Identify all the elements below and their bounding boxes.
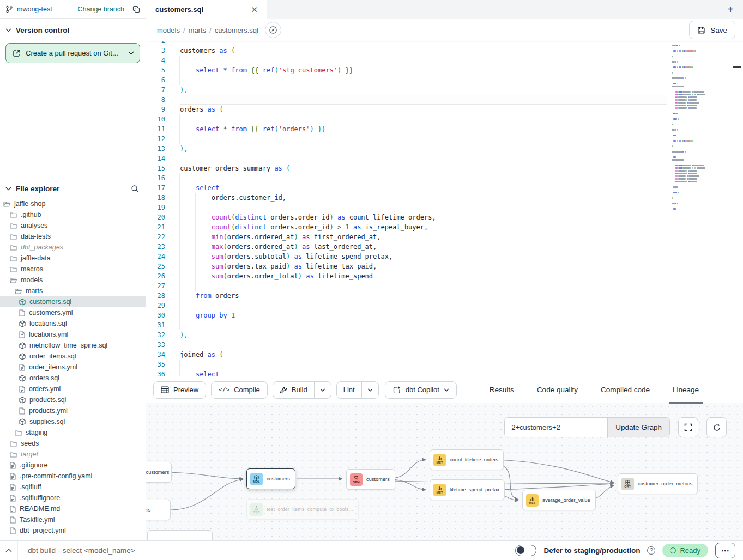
file-tree-item[interactable]: .sqlfluff bbox=[0, 482, 146, 492]
code-line[interactable]: 13), bbox=[146, 144, 743, 154]
minimap[interactable] bbox=[672, 41, 725, 210]
file-tree-item[interactable]: .github bbox=[0, 209, 146, 220]
code-line[interactable]: 7), bbox=[146, 85, 743, 95]
code-line[interactable]: 31 bbox=[146, 320, 743, 330]
file-tree-item[interactable]: locations.sql bbox=[0, 318, 146, 329]
code-line[interactable]: 15customer_orders_summary as ( bbox=[146, 163, 743, 173]
file-tree-item[interactable]: .pre-commit-config.yaml bbox=[0, 471, 146, 482]
lineage-node-average_order_value[interactable]: METaverage_order_value bbox=[522, 490, 596, 510]
code-line[interactable]: 10 bbox=[146, 114, 743, 124]
code-line[interactable]: 35 bbox=[146, 360, 743, 369]
save-button[interactable]: Save bbox=[689, 21, 735, 39]
file-tree-item[interactable]: .sqlfluffignore bbox=[0, 492, 146, 503]
editor-scrollbar[interactable] bbox=[731, 41, 743, 376]
code-editor[interactable]: 23customers as (45 select * from {{ ref(… bbox=[146, 41, 743, 376]
file-tree-item[interactable]: orders.sql bbox=[0, 373, 146, 384]
lineage-node-count_lifetime_orders[interactable]: METcount_lifetime_orders bbox=[430, 449, 504, 470]
file-tree-item[interactable]: analyses bbox=[0, 220, 146, 231]
file-tree-item[interactable]: order_items.sql bbox=[0, 351, 146, 362]
lint-button[interactable]: Lint bbox=[337, 382, 361, 398]
code-line[interactable]: 8 bbox=[146, 95, 743, 105]
file-tree-item[interactable]: dbt_project.yml bbox=[0, 525, 146, 536]
code-line[interactable]: 20 count(distinct orders.order_id) as co… bbox=[146, 212, 743, 222]
file-tree-item[interactable]: supplies.sql bbox=[0, 416, 146, 427]
create-pr-button[interactable]: Create a pull request on Git... bbox=[5, 43, 140, 63]
file-tree-item[interactable]: jaffle-data bbox=[0, 253, 146, 264]
code-line[interactable]: 2 bbox=[146, 41, 743, 46]
search-icon[interactable] bbox=[131, 185, 139, 193]
lint-dropdown-button[interactable] bbox=[361, 382, 378, 398]
code-line[interactable]: 19 bbox=[146, 203, 743, 212]
file-tree-item[interactable]: staging bbox=[0, 427, 146, 438]
breadcrumb-marts[interactable]: marts bbox=[189, 26, 207, 34]
lineage-node-lifetime_spend_pretax[interactable]: METlifetime_spend_pretax bbox=[430, 479, 505, 500]
code-line[interactable]: 28 from orders bbox=[146, 291, 743, 301]
file-explorer-header[interactable]: File explorer bbox=[0, 180, 146, 193]
chevron-up-icon[interactable] bbox=[0, 541, 17, 560]
lineage-node-orders[interactable]: MDLorders bbox=[146, 500, 171, 520]
panel-tab-compiled-code[interactable]: Compiled code bbox=[589, 376, 661, 404]
preview-button[interactable]: Preview bbox=[153, 381, 206, 399]
file-tree-item[interactable]: data-tests bbox=[0, 231, 146, 242]
command-input[interactable]: dbt build --select <model_name> bbox=[28, 546, 135, 555]
file-tree-item[interactable]: README.md bbox=[0, 503, 146, 514]
code-line[interactable]: 9orders as ( bbox=[146, 105, 743, 114]
code-line[interactable]: 24 sum(orders.subtotal) as lifetime_spen… bbox=[146, 252, 743, 261]
code-line[interactable]: 29 bbox=[146, 301, 743, 311]
code-line[interactable]: 14 bbox=[146, 154, 743, 163]
file-tree-item[interactable]: models bbox=[0, 275, 146, 285]
code-line[interactable]: 12 bbox=[146, 134, 743, 144]
code-line[interactable]: 6 bbox=[146, 75, 743, 85]
build-dropdown-button[interactable] bbox=[314, 382, 331, 398]
file-tree-item[interactable]: products.sql bbox=[0, 394, 146, 405]
code-line[interactable]: 21 count(distinct orders.order_id) > 1 a… bbox=[146, 222, 743, 232]
defer-toggle[interactable] bbox=[515, 545, 536, 556]
version-control-header[interactable]: Version control bbox=[0, 19, 146, 34]
file-tree-item[interactable]: metricflow_time_spine.sql bbox=[0, 340, 146, 351]
code-line[interactable]: 30 group by 1 bbox=[146, 311, 743, 320]
breadcrumb-models[interactable]: models bbox=[157, 26, 180, 34]
more-options-button[interactable]: ⋯ bbox=[715, 543, 735, 558]
code-line[interactable]: 11 select * from {{ ref('orders') }} bbox=[146, 124, 743, 134]
code-line[interactable]: 18 orders.customer_id, bbox=[146, 193, 743, 203]
lineage-canvas[interactable]: MDLstg_customersMDLordersMDLcustomersTST… bbox=[146, 403, 743, 540]
file-tree-item[interactable]: products.yml bbox=[0, 405, 146, 416]
lineage-node-customers[interactable]: SEMcustomers bbox=[346, 469, 395, 490]
change-branch-link[interactable]: Change branch bbox=[78, 5, 124, 13]
code-line[interactable]: 4 bbox=[146, 56, 743, 65]
code-line[interactable]: 27 bbox=[146, 281, 743, 291]
lineage-node-stg_customers[interactable]: MDLstg_customers bbox=[146, 462, 172, 483]
lineage-selector-input[interactable] bbox=[505, 418, 607, 437]
lineage-node[interactable] bbox=[147, 530, 213, 540]
file-tree-item[interactable]: marts bbox=[0, 285, 146, 296]
code-line[interactable]: 17 select bbox=[146, 183, 743, 193]
code-lines[interactable]: 23customers as (45 select * from {{ ref(… bbox=[146, 41, 743, 376]
panel-tab-code-quality[interactable]: Code quality bbox=[525, 376, 589, 404]
file-tree-item[interactable]: order_items.yml bbox=[0, 362, 146, 373]
code-line[interactable]: 26 sum(orders.order_total) as lifetime_s… bbox=[146, 271, 743, 281]
compass-icon[interactable] bbox=[265, 22, 281, 38]
lineage-node-customer_order_metrics[interactable]: QRYcustomer_order_metrics bbox=[618, 473, 698, 494]
pr-dropdown-button[interactable] bbox=[122, 44, 140, 63]
code-line[interactable]: 33 bbox=[146, 340, 743, 350]
code-line[interactable]: 3customers as ( bbox=[146, 46, 743, 56]
code-line[interactable]: 32), bbox=[146, 330, 743, 340]
copy-icon[interactable] bbox=[132, 5, 140, 13]
new-tab-button[interactable]: + bbox=[718, 0, 743, 19]
file-tree-item[interactable]: locations.yml bbox=[0, 329, 146, 340]
help-icon[interactable]: ? bbox=[647, 546, 655, 555]
build-button[interactable]: Build bbox=[273, 382, 314, 398]
file-tree-item[interactable]: jaffle-shop bbox=[0, 198, 146, 209]
code-line[interactable]: 16 bbox=[146, 173, 743, 183]
fullscreen-button[interactable] bbox=[678, 417, 698, 437]
dbt-copilot-button[interactable]: dbt Copilot bbox=[385, 381, 457, 399]
code-line[interactable]: 36 select bbox=[146, 369, 743, 376]
file-tree-item[interactable]: .gitignore bbox=[0, 460, 146, 471]
code-line[interactable]: 34joined as ( bbox=[146, 350, 743, 360]
file-tree-item[interactable]: orders.yml bbox=[0, 384, 146, 394]
code-line[interactable]: 23 max(orders.ordered_at) as last_ordere… bbox=[146, 242, 743, 252]
file-tree-item[interactable]: macros bbox=[0, 264, 146, 275]
lineage-node-customers[interactable]: MDLcustomers bbox=[246, 468, 295, 489]
update-graph-button[interactable]: Update Graph bbox=[607, 418, 669, 437]
file-tree-item[interactable]: customers.yml bbox=[0, 307, 146, 318]
